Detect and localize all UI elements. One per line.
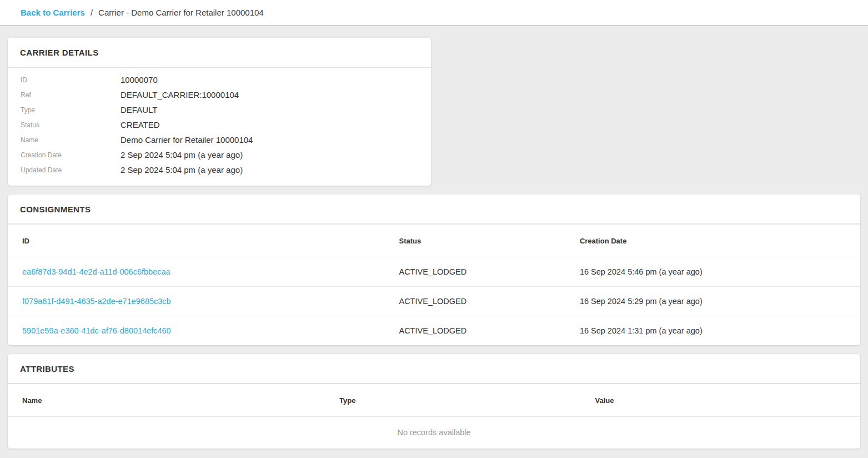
consignment-row: f079a61f-d491-4635-a2de-e71e9685c3cb ACT… (8, 287, 860, 316)
consignment-id-cell: f079a61f-d491-4635-a2de-e71e9685c3cb (8, 287, 384, 316)
consignment-row: ea6f87d3-94d1-4e2d-a11d-006c6fbbecaa ACT… (8, 257, 860, 287)
field-label: Status (8, 121, 121, 129)
attributes-card: ATTRIBUTES Name Type Value No records av… (8, 354, 860, 449)
consignments-title: CONSIGNMENTS (20, 205, 91, 214)
consignment-id-link[interactable]: 5901e59a-e360-41dc-af76-d80014efc460 (22, 326, 171, 335)
consignment-id-link[interactable]: f079a61f-d491-4635-a2de-e71e9685c3cb (22, 297, 171, 306)
field-label: Updated Date (8, 166, 121, 174)
attributes-header: ATTRIBUTES (8, 354, 860, 384)
consignment-id-link[interactable]: ea6f87d3-94d1-4e2d-a11d-006c6fbbecaa (22, 267, 170, 276)
consignment-row: 5901e59a-e360-41dc-af76-d80014efc460 ACT… (8, 316, 860, 346)
consignments-header-row: ID Status Creation Date (8, 225, 860, 257)
field-row-id: ID 10000070 (8, 72, 431, 87)
field-row-name: Name Demo Carrier for Retailer 10000104 (8, 132, 431, 147)
no-records-message: No records available (8, 417, 860, 449)
field-value: 2 Sep 2024 5:04 pm (a year ago) (121, 150, 243, 160)
consignment-creation-date-cell: 16 Sep 2024 5:29 pm (a year ago) (565, 287, 860, 316)
column-header-type: Type (325, 384, 581, 417)
field-label: Ref (8, 91, 121, 99)
field-value: 2 Sep 2024 5:04 pm (a year ago) (121, 165, 243, 175)
column-header-id: ID (8, 225, 384, 257)
field-label: Name (8, 136, 121, 144)
carrier-details-header: CARRIER DETAILS (8, 38, 431, 68)
field-value: CREATED (121, 120, 160, 130)
breadcrumb: Back to Carriers / Carrier - Demo Carrie… (0, 0, 868, 26)
field-row-status: Status CREATED (8, 117, 431, 132)
field-value: DEFAULT_CARRIER:10000104 (121, 90, 239, 99)
field-row-creation-date: Creation Date 2 Sep 2024 5:04 pm (a year… (8, 147, 431, 162)
page-title: Carrier - Demo Carrier for Retailer 1000… (98, 8, 264, 17)
carrier-details-body: ID 10000070 Ref DEFAULT_CARRIER:10000104… (8, 68, 431, 186)
column-header-value: Value (581, 384, 860, 417)
attributes-empty-row: No records available (8, 417, 860, 449)
field-value: DEFAULT (121, 105, 157, 114)
attributes-table: Name Type Value No records available (8, 384, 860, 449)
column-header-status: Status (384, 225, 565, 257)
field-row-type: Type DEFAULT (8, 102, 431, 117)
main-content: CARRIER DETAILS ID 10000070 Ref DEFAULT_… (0, 26, 868, 458)
field-value: 10000070 (121, 75, 158, 84)
field-label: Type (8, 106, 121, 114)
consignment-id-cell: 5901e59a-e360-41dc-af76-d80014efc460 (8, 316, 384, 346)
breadcrumb-separator: / (91, 8, 93, 17)
carrier-details-card: CARRIER DETAILS ID 10000070 Ref DEFAULT_… (8, 38, 431, 186)
consignment-status-cell: ACTIVE_LODGED (384, 257, 565, 287)
field-label: Creation Date (8, 151, 121, 159)
column-header-name: Name (8, 384, 325, 417)
column-header-creation-date: Creation Date (565, 225, 860, 257)
field-row-updated-date: Updated Date 2 Sep 2024 5:04 pm (a year … (8, 162, 431, 177)
attributes-title: ATTRIBUTES (20, 364, 74, 374)
back-to-carriers-link[interactable]: Back to Carriers (21, 8, 85, 17)
consignment-creation-date-cell: 16 Sep 2024 5:46 pm (a year ago) (565, 257, 860, 287)
consignment-id-cell: ea6f87d3-94d1-4e2d-a11d-006c6fbbecaa (8, 257, 384, 287)
consignments-header: CONSIGNMENTS (8, 195, 860, 225)
field-label: ID (8, 76, 121, 84)
field-value: Demo Carrier for Retailer 10000104 (121, 135, 253, 145)
carrier-details-title: CARRIER DETAILS (20, 48, 99, 57)
consignments-table: ID Status Creation Date ea6f87d3-94d1-4e… (8, 225, 860, 345)
field-row-ref: Ref DEFAULT_CARRIER:10000104 (8, 87, 431, 102)
consignment-status-cell: ACTIVE_LODGED (384, 316, 565, 346)
consignment-creation-date-cell: 16 Sep 2024 1:31 pm (a year ago) (565, 316, 860, 346)
attributes-header-row: Name Type Value (8, 384, 860, 417)
consignment-status-cell: ACTIVE_LODGED (384, 287, 565, 316)
consignments-card: CONSIGNMENTS ID Status Creation Date ea6… (8, 195, 860, 345)
